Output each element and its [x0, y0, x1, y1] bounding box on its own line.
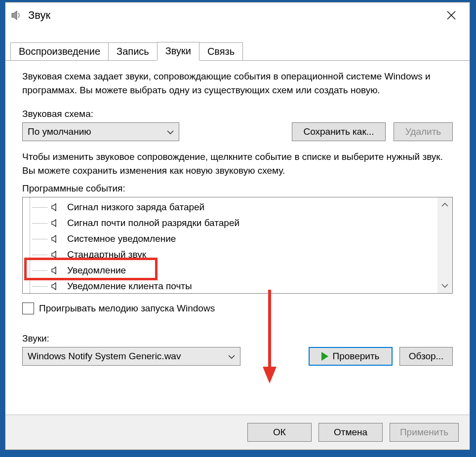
chevron-down-icon	[167, 126, 174, 137]
speaker-app-icon	[9, 8, 23, 22]
startup-sound-label: Проигрывать мелодию запуска Windows	[39, 303, 215, 314]
tab-recording[interactable]: Запись	[108, 42, 158, 60]
test-button[interactable]: Проверить	[309, 347, 393, 366]
dialog-footer: ОК Отмена Применить	[5, 415, 470, 450]
speaker-icon	[50, 218, 61, 228]
speaker-icon	[50, 234, 61, 244]
description-text: Звуковая схема задает звуки, сопровождаю…	[22, 70, 453, 97]
events-description: Чтобы изменить звуковое сопровождение, щ…	[22, 150, 453, 177]
list-item[interactable]: Сигнал почти полной разрядки батарей	[26, 215, 435, 231]
event-label: Сигнал низкого заряда батарей	[67, 202, 204, 213]
startup-sound-checkbox[interactable]	[22, 303, 34, 314]
scroll-down-icon[interactable]	[437, 278, 452, 293]
test-label: Проверить	[332, 351, 379, 362]
cancel-button[interactable]: Отмена	[318, 423, 383, 442]
list-item[interactable]: Сигнал низкого заряда батарей	[26, 199, 435, 215]
sound-file-combobox[interactable]: Windows Notify System Generic.wav	[22, 347, 240, 366]
apply-button[interactable]: Применить	[390, 423, 459, 442]
window-title: Звук	[28, 9, 437, 22]
tab-playback[interactable]: Воспроизведение	[10, 42, 109, 60]
list-item-selected[interactable]: Уведомление	[26, 263, 435, 278]
tab-sounds[interactable]: Звуки	[157, 42, 199, 61]
event-label: Сигнал почти полной разрядки батарей	[67, 218, 239, 228]
speaker-icon	[50, 202, 61, 212]
ok-button[interactable]: ОК	[247, 423, 312, 442]
browse-button[interactable]: Обзор...	[399, 347, 453, 366]
save-as-button[interactable]: Сохранить как...	[292, 122, 386, 141]
events-listbox[interactable]: Сигнал низкого заряда батарей Сигнал поч…	[22, 197, 453, 294]
sound-dialog: Звук Воспроизведение Запись Звуки Связь …	[5, 2, 470, 450]
list-item[interactable]: Системное уведомление	[26, 231, 435, 247]
list-item[interactable]: Стандартный звук	[26, 247, 435, 263]
speaker-icon	[50, 250, 61, 260]
tab-communications[interactable]: Связь	[199, 42, 243, 60]
event-label: Уведомление клиента почты	[67, 281, 192, 292]
titlebar: Звук	[5, 2, 470, 28]
close-button[interactable]	[437, 5, 466, 25]
event-label: Уведомление	[67, 265, 126, 276]
event-label: Системное уведомление	[67, 233, 176, 244]
speaker-icon	[50, 281, 61, 291]
scheme-label: Звуковая схема:	[22, 109, 453, 119]
scheme-combobox[interactable]: По умолчанию	[22, 122, 179, 141]
tab-content: Звуковая схема задает звуки, сопровождаю…	[5, 61, 470, 415]
delete-button[interactable]: Удалить	[394, 122, 453, 141]
scroll-up-icon[interactable]	[437, 197, 452, 212]
chevron-down-icon	[228, 351, 235, 362]
tab-strip: Воспроизведение Запись Звуки Связь	[5, 28, 470, 61]
speaker-icon	[50, 266, 61, 275]
sound-file-value: Windows Notify System Generic.wav	[28, 351, 181, 362]
scheme-value: По умолчанию	[28, 126, 91, 137]
play-icon	[321, 352, 328, 361]
events-label: Программные события:	[22, 183, 453, 194]
scrollbar[interactable]	[437, 197, 452, 293]
event-label: Стандартный звук	[67, 249, 146, 260]
sounds-label: Звуки:	[22, 333, 453, 344]
list-item[interactable]: Уведомление клиента почты	[26, 278, 435, 294]
